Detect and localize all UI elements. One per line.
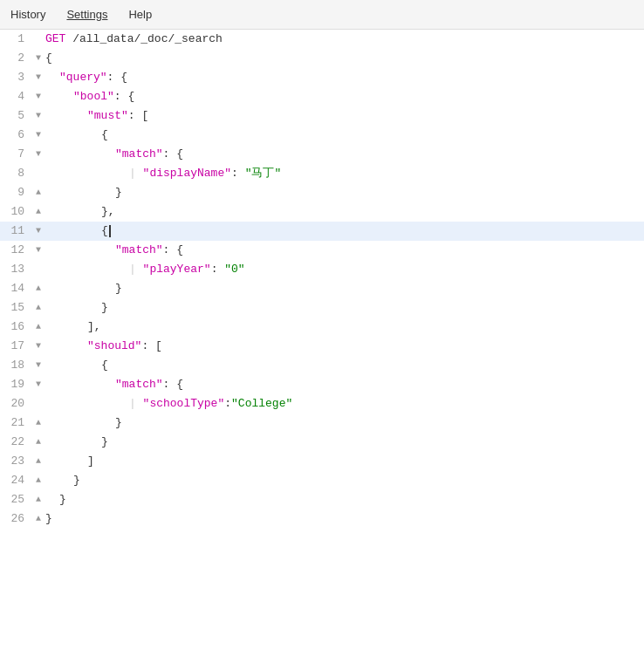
code-line: 4▼"bool": { [0, 87, 644, 106]
line-number: 14 [0, 279, 31, 298]
code-line: 25▲} [0, 490, 644, 509]
code-line: 1GET /all_data/_doc/_search [0, 30, 644, 49]
fold-icon[interactable]: ▼ [31, 337, 45, 356]
line-number: 8 [0, 164, 31, 183]
line-number: 20 [0, 394, 31, 413]
code-line: 23▲] [0, 452, 644, 471]
menu-bar: History Settings Help [0, 0, 644, 30]
fold-icon[interactable]: ▼ [31, 375, 45, 394]
code-content: } [45, 298, 644, 318]
code-content: } [45, 471, 644, 490]
code-line: 14▲} [0, 279, 644, 298]
code-content: "must": [ [45, 106, 644, 126]
line-number: 7 [0, 145, 31, 164]
line-number: 21 [0, 413, 31, 433]
line-number: 9 [0, 183, 31, 202]
fold-icon[interactable]: ▼ [31, 87, 45, 106]
fold-icon[interactable]: ▼ [31, 49, 45, 68]
code-line: 5▼"must": [ [0, 106, 644, 126]
code-content: { [45, 126, 644, 145]
line-number: 2 [0, 49, 31, 68]
code-line: 3▼"query": { [0, 68, 644, 87]
code-line: 20| "schoolType":"College" [0, 394, 644, 413]
code-line: 11▼{ [0, 222, 644, 241]
fold-icon[interactable] [31, 260, 45, 279]
line-number: 5 [0, 106, 31, 126]
code-line: 12▼"match": { [0, 241, 644, 260]
code-content: "match": { [45, 145, 644, 164]
code-line: 21▲} [0, 413, 644, 433]
line-number: 15 [0, 298, 31, 318]
fold-icon[interactable]: ▲ [31, 452, 45, 471]
text-cursor [109, 225, 111, 237]
code-content: "should": [ [45, 337, 644, 356]
menu-history[interactable]: History [7, 6, 49, 23]
code-line: 6▼{ [0, 126, 644, 145]
code-content: }, [45, 202, 644, 222]
fold-icon[interactable]: ▲ [31, 318, 45, 337]
fold-icon[interactable]: ▼ [31, 222, 45, 241]
code-line: 9▲} [0, 183, 644, 202]
code-content: GET /all_data/_doc/_search [45, 30, 644, 49]
code-content: ] [45, 452, 644, 471]
code-line: 7▼"match": { [0, 145, 644, 164]
code-content: } [45, 509, 644, 529]
fold-icon[interactable]: ▼ [31, 106, 45, 126]
code-content: "query": { [45, 68, 644, 87]
code-content: { [45, 222, 644, 241]
menu-settings[interactable]: Settings [63, 6, 111, 23]
code-content: | "playYear": "0" [45, 260, 644, 279]
code-content: } [45, 183, 644, 202]
code-line: 19▼"match": { [0, 375, 644, 394]
line-number: 24 [0, 471, 31, 490]
fold-icon[interactable]: ▲ [31, 298, 45, 318]
fold-icon[interactable]: ▲ [31, 509, 45, 529]
fold-icon[interactable]: ▲ [31, 490, 45, 509]
code-content: } [45, 490, 644, 509]
fold-icon[interactable] [31, 394, 45, 413]
code-content: "match": { [45, 375, 644, 394]
line-number: 26 [0, 509, 31, 529]
line-number: 16 [0, 318, 31, 337]
fold-icon[interactable]: ▼ [31, 241, 45, 260]
fold-icon[interactable]: ▲ [31, 183, 45, 202]
fold-icon[interactable]: ▲ [31, 279, 45, 298]
code-content: | "displayName": "马丁" [45, 164, 644, 183]
line-number: 18 [0, 356, 31, 375]
code-content: | "schoolType":"College" [45, 394, 644, 413]
code-line: 26▲} [0, 509, 644, 529]
fold-icon[interactable]: ▲ [31, 202, 45, 222]
editor-area[interactable]: 1GET /all_data/_doc/_search2▼{3▼"query":… [0, 30, 644, 656]
code-content: } [45, 433, 644, 452]
menu-help[interactable]: Help [125, 6, 155, 23]
line-number: 25 [0, 490, 31, 509]
code-content: } [45, 413, 644, 433]
code-line: 10▲}, [0, 202, 644, 222]
line-number: 3 [0, 68, 31, 87]
code-line: 22▲} [0, 433, 644, 452]
fold-icon[interactable]: ▲ [31, 471, 45, 490]
code-line: 17▼"should": [ [0, 337, 644, 356]
fold-icon[interactable] [31, 30, 45, 49]
code-line: 8| "displayName": "马丁" [0, 164, 644, 183]
code-line: 16▲], [0, 318, 644, 337]
fold-icon[interactable] [31, 164, 45, 183]
line-number: 12 [0, 241, 31, 260]
fold-icon[interactable]: ▲ [31, 433, 45, 452]
line-number: 11 [0, 222, 31, 241]
line-number: 19 [0, 375, 31, 394]
fold-icon[interactable]: ▼ [31, 68, 45, 87]
line-number: 6 [0, 126, 31, 145]
code-line: 24▲} [0, 471, 644, 490]
line-number: 23 [0, 452, 31, 471]
fold-icon[interactable]: ▼ [31, 126, 45, 145]
line-number: 1 [0, 30, 31, 49]
fold-icon[interactable]: ▼ [31, 145, 45, 164]
code-content: { [45, 49, 644, 68]
fold-icon[interactable]: ▼ [31, 356, 45, 375]
fold-icon[interactable]: ▲ [31, 413, 45, 433]
code-content: ], [45, 318, 644, 337]
code-content: { [45, 356, 644, 375]
line-number: 10 [0, 202, 31, 222]
code-line: 2▼{ [0, 49, 644, 68]
